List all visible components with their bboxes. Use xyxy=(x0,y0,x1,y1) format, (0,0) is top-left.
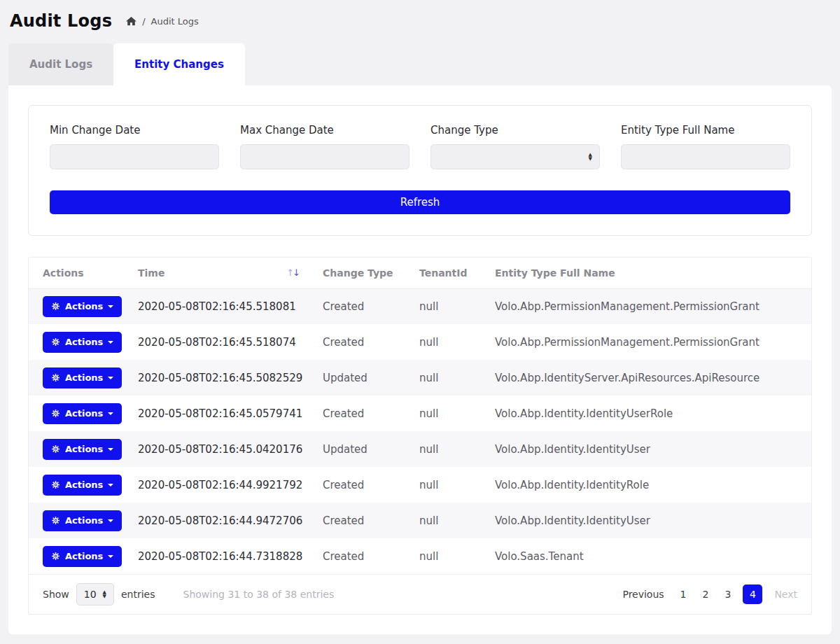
column-header-time[interactable]: Time ↑↓ xyxy=(131,258,316,288)
page: Audit Logs / Audit Logs Audit Logs Entit… xyxy=(0,0,840,634)
showing-entries-text: Showing 31 to 38 of 38 entries xyxy=(183,589,335,600)
pagination-page-4-active[interactable]: 4 xyxy=(743,584,762,604)
cell-actions: Actions xyxy=(29,324,131,360)
select-arrows-icon: ▲ ▼ xyxy=(103,590,106,598)
page-title: Audit Logs xyxy=(10,11,112,31)
pagination-page-3[interactable]: 3 xyxy=(720,587,735,602)
sort-icon[interactable]: ↑↓ xyxy=(286,267,299,278)
cell-actions: Actions xyxy=(29,467,131,503)
gear-icon xyxy=(51,552,60,561)
tab-audit-logs[interactable]: Audit Logs xyxy=(8,43,113,85)
actions-button-label: Actions xyxy=(65,408,103,419)
table-row: Actions 2020-05-08T02:16:44.9921792 Crea… xyxy=(29,467,811,503)
caret-down-icon xyxy=(108,519,113,522)
cell-entity-type: Volo.Abp.PermissionManagement.Permission… xyxy=(488,288,811,324)
cell-change-type: Created xyxy=(316,396,412,431)
table-row: Actions 2020-05-08T02:16:45.0579741 Crea… xyxy=(29,396,811,431)
cell-tenantid: null xyxy=(412,288,488,324)
home-icon[interactable] xyxy=(126,17,136,26)
pagination: Previous 1 2 3 4 Next xyxy=(622,584,797,604)
max-change-date-input[interactable] xyxy=(240,144,410,169)
row-actions-button[interactable]: Actions xyxy=(43,510,122,531)
min-change-date-label: Min Change Date xyxy=(50,124,219,136)
tab-bar: Audit Logs Entity Changes xyxy=(8,43,832,85)
cell-time: 2020-05-08T02:16:45.518074 xyxy=(131,324,316,360)
entity-changes-table: Actions Time ↑↓ Change Type TenantId Ent xyxy=(28,257,812,615)
filter-field-change-type: Change Type ▲ ▼ xyxy=(430,124,600,169)
refresh-button[interactable]: Refresh xyxy=(50,190,790,214)
pagination-previous[interactable]: Previous xyxy=(622,589,664,600)
cell-time: 2020-05-08T02:16:45.0579741 xyxy=(131,396,316,431)
gear-icon xyxy=(51,302,60,311)
gear-icon xyxy=(51,480,60,489)
select-down-icon: ▼ xyxy=(103,594,106,598)
cell-actions: Actions xyxy=(29,396,131,431)
cell-tenantid: null xyxy=(412,538,488,574)
page-size-group: Show 10 ▲ ▼ entries xyxy=(43,583,155,606)
row-actions-button[interactable]: Actions xyxy=(43,546,122,567)
cell-entity-type: Volo.Abp.IdentityServer.ApiResources.Api… xyxy=(488,360,811,396)
table-row: Actions 2020-05-08T02:16:45.5082529 Upda… xyxy=(29,360,811,396)
cell-change-type: Created xyxy=(316,467,412,503)
max-change-date-label: Max Change Date xyxy=(240,124,410,136)
cell-actions: Actions xyxy=(29,360,131,396)
table-footer: Show 10 ▲ ▼ entries Showing 31 to 38 of … xyxy=(29,574,811,614)
column-header-actions: Actions xyxy=(29,258,131,288)
cell-entity-type: Volo.Abp.Identity.IdentityUserRole xyxy=(488,396,811,431)
cell-change-type: Updated xyxy=(316,431,412,467)
entity-type-label: Entity Type Full Name xyxy=(621,124,790,136)
row-actions-button[interactable]: Actions xyxy=(43,296,122,317)
min-change-date-input[interactable] xyxy=(50,144,219,169)
row-actions-button[interactable]: Actions xyxy=(43,332,122,353)
row-actions-button[interactable]: Actions xyxy=(43,439,122,460)
data-table: Actions Time ↑↓ Change Type TenantId Ent xyxy=(29,258,811,574)
page-header: Audit Logs / Audit Logs xyxy=(0,0,840,39)
caret-down-icon xyxy=(108,305,113,308)
column-header-entity-type[interactable]: Entity Type Full Name xyxy=(488,258,811,288)
caret-down-icon xyxy=(108,412,113,415)
pagination-page-2[interactable]: 2 xyxy=(699,587,713,602)
column-header-change-type[interactable]: Change Type xyxy=(316,258,412,288)
gear-icon xyxy=(51,337,60,346)
column-header-tenantid[interactable]: TenantId xyxy=(412,258,488,288)
filter-field-max-change-date: Max Change Date xyxy=(240,124,410,169)
pagination-next[interactable]: Next xyxy=(774,589,797,600)
actions-button-label: Actions xyxy=(65,551,103,561)
actions-button-label: Actions xyxy=(65,337,103,347)
sort-up-icon: ↑ xyxy=(286,267,293,278)
table-row: Actions 2020-05-08T02:16:44.9472706 Crea… xyxy=(29,503,811,538)
actions-button-label: Actions xyxy=(65,301,103,312)
select-down-icon: ▼ xyxy=(589,157,592,161)
cell-tenantid: null xyxy=(412,503,488,538)
tab-entity-changes[interactable]: Entity Changes xyxy=(113,43,245,85)
table-row: Actions 2020-05-08T02:16:45.0420176 Upda… xyxy=(29,431,811,467)
cell-tenantid: null xyxy=(412,396,488,431)
caret-down-icon xyxy=(108,341,113,344)
caret-down-icon xyxy=(108,555,113,558)
gear-icon xyxy=(51,444,60,454)
row-actions-button[interactable]: Actions xyxy=(43,368,122,388)
filter-field-min-change-date: Min Change Date xyxy=(50,124,219,169)
sort-down-icon: ↓ xyxy=(293,267,299,278)
row-actions-button[interactable]: Actions xyxy=(43,403,122,424)
cell-change-type: Created xyxy=(316,324,412,360)
cell-entity-type: Volo.Abp.Identity.IdentityUser xyxy=(488,503,811,538)
gear-icon xyxy=(51,516,60,525)
cell-actions: Actions xyxy=(29,538,131,574)
cell-entity-type: Volo.Abp.PermissionManagement.Permission… xyxy=(488,324,811,360)
change-type-label: Change Type xyxy=(430,124,600,136)
filter-grid: Min Change Date Max Change Date Change T… xyxy=(50,124,790,169)
change-type-select[interactable]: ▲ ▼ xyxy=(430,144,600,169)
entries-label: entries xyxy=(121,589,155,600)
cell-time: 2020-05-08T02:16:44.7318828 xyxy=(131,538,316,574)
cell-tenantid: null xyxy=(412,360,488,396)
cell-entity-type: Volo.Saas.Tenant xyxy=(488,538,811,574)
page-size-select[interactable]: 10 ▲ ▼ xyxy=(76,583,114,606)
pagination-page-1[interactable]: 1 xyxy=(676,587,691,602)
cell-time: 2020-05-08T02:16:45.518081 xyxy=(131,288,316,324)
select-arrows-icon: ▲ ▼ xyxy=(589,153,592,161)
entity-type-input[interactable] xyxy=(621,144,790,169)
row-actions-button[interactable]: Actions xyxy=(43,475,122,496)
cell-tenantid: null xyxy=(412,431,488,467)
caret-down-icon xyxy=(108,484,113,486)
